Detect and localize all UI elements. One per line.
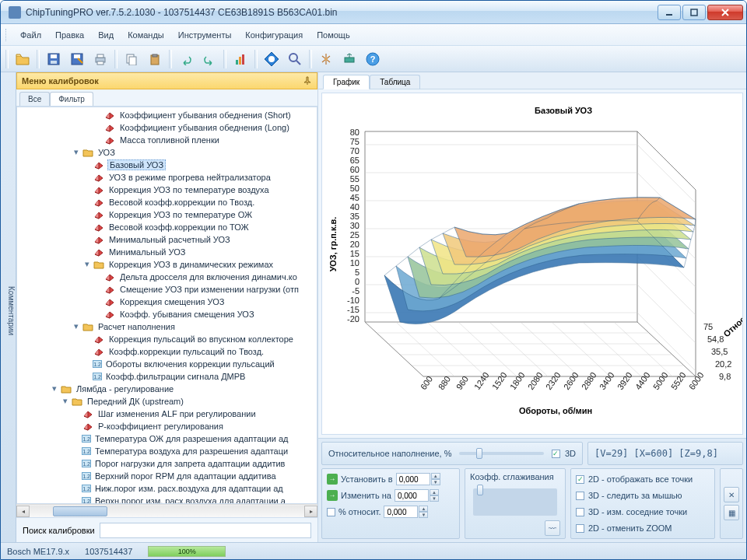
smooth-slider[interactable] — [473, 488, 557, 516]
filter-tab-filter[interactable]: Фильтр — [50, 92, 93, 106]
relative-pct-checkbox[interactable] — [327, 508, 335, 516]
set-value-button[interactable]: → — [327, 474, 338, 485]
tree-node[interactable]: ▾Расчет наполнения — [17, 320, 317, 333]
set-value-input[interactable] — [396, 473, 430, 485]
save-as-button[interactable] — [66, 48, 88, 70]
menu-view[interactable]: Вид — [93, 29, 118, 41]
tree-node[interactable]: 1.2Верхн.порог изм. расх.воздуха для ада… — [17, 495, 317, 504]
filter-tab-all[interactable]: Все — [19, 92, 50, 106]
tree-node[interactable]: Минимальный УОЗ — [17, 246, 317, 258]
tab-table[interactable]: Таблица — [370, 75, 420, 89]
tree-node[interactable]: Масса топливной пленки — [17, 134, 317, 146]
tree-node[interactable]: Шаг изменения ALF при регулировании — [17, 408, 317, 420]
menu-edit[interactable]: Правка — [51, 29, 89, 41]
tree-node[interactable]: Коррекция УОЗ по температуре ОЖ — [17, 208, 317, 221]
status-ecu: Bosch ME17.9.x — [7, 547, 69, 556]
tree-node[interactable]: 1.2Верхний порог RPM для адаптации аддит… — [17, 470, 317, 482]
tree-node[interactable]: 1.2Порог нагрузки для запрета адаптации … — [17, 457, 317, 470]
open-button[interactable] — [12, 48, 33, 70]
save-button[interactable] — [43, 48, 65, 70]
chart-3d-surface[interactable]: Базовый УОЗ 8075706560555045403530252015… — [321, 93, 743, 435]
copy-button[interactable] — [121, 48, 142, 70]
tree-node[interactable]: Весовой коэфф.коррекции по Твозд. — [17, 196, 317, 208]
tree-node[interactable]: Коррекция УОЗ по температуре воздуха — [17, 184, 317, 196]
close-button[interactable] — [707, 5, 743, 20]
opt-2d-zoom-checkbox[interactable] — [576, 524, 584, 533]
redo-button[interactable] — [198, 48, 220, 70]
svg-text:960: 960 — [454, 374, 470, 391]
analysis-button[interactable] — [230, 48, 251, 70]
tree-node[interactable]: P-коэффициент регулирования — [17, 420, 317, 432]
menu-file[interactable]: Файл — [16, 29, 46, 41]
tree-node[interactable]: УОЗ в режиме прогрева нейтрализатора — [17, 171, 317, 184]
tree-node[interactable]: Коэфф. убывания смещения УОЗ — [17, 308, 317, 320]
search-button[interactable] — [284, 48, 306, 70]
tree-node[interactable]: Коэффициент убывания обеднения (Short) — [17, 109, 317, 121]
tree-node[interactable]: Минимальный расчетный УОЗ — [17, 233, 317, 246]
tree-node[interactable]: Базовый УОЗ — [17, 159, 317, 171]
tree-node[interactable]: Смещение УОЗ при изменении нагрузки (отп — [17, 283, 317, 296]
fill-slider[interactable] — [459, 452, 543, 455]
svg-text:3400: 3400 — [598, 370, 616, 391]
svg-text:-15: -15 — [347, 305, 359, 314]
window-title: ChipTuningPRO ver.7.5.2.1030 - 103751443… — [26, 7, 658, 18]
tree-node[interactable]: 1.2Ниж.порог изм. расх.воздуха для адапт… — [17, 482, 317, 495]
minimize-button[interactable] — [658, 5, 681, 20]
tree-node[interactable]: 1.2Обороты включения коррекции пульсаций — [17, 358, 317, 370]
svg-text:600: 600 — [419, 374, 434, 391]
export-button[interactable] — [338, 48, 360, 70]
tree-horizontal-scrollbar[interactable]: ◂ ▸ — [16, 504, 317, 517]
opt-3d-follow-checkbox[interactable] — [576, 492, 584, 500]
pin-icon[interactable] — [303, 76, 312, 86]
scroll-right-button[interactable]: ▸ — [304, 506, 317, 517]
tree-node[interactable]: 1.2Коэфф.фильтрации сигнала ДМРВ — [17, 370, 317, 383]
undo-button[interactable] — [175, 48, 197, 70]
opt-2d-allpoints-checkbox[interactable] — [576, 475, 584, 484]
smooth-apply-button[interactable]: 〰 — [545, 520, 560, 536]
extra-button-1[interactable]: ✕ — [724, 487, 739, 502]
maximize-button[interactable] — [682, 5, 706, 20]
help-button[interactable]: ? — [362, 48, 384, 70]
spin-down[interactable]: ▼ — [431, 479, 440, 485]
tree-node[interactable]: Коррекция пульсаций во впускном коллекто… — [17, 333, 317, 345]
print-button[interactable] — [89, 48, 111, 70]
settings-button[interactable] — [315, 48, 337, 70]
menu-config[interactable]: Конфигурация — [240, 29, 307, 41]
spin-up[interactable]: ▲ — [431, 473, 440, 479]
calibration-tree[interactable]: Коэффициент убывания обеднения (Short)Ко… — [17, 107, 317, 504]
opt-3d-neighbor-checkbox[interactable] — [576, 508, 584, 516]
fill-slider-label: Относительное наполнение, % — [328, 449, 451, 458]
svg-rect-8 — [97, 54, 103, 58]
scrollbar-thumb[interactable] — [53, 506, 107, 516]
flash-button[interactable] — [261, 48, 282, 70]
extra-button-2[interactable]: ▦ — [724, 505, 739, 520]
3d-checkbox[interactable] — [552, 450, 560, 458]
tree-node[interactable]: ▾УОЗ — [17, 146, 317, 159]
menu-help[interactable]: Помощь — [312, 29, 355, 41]
search-input[interactable] — [100, 523, 311, 538]
svg-text:10: 10 — [350, 258, 359, 268]
tree-node[interactable]: Коэффициент убывания обеднения (Long) — [17, 121, 317, 134]
tree-node[interactable]: Коэфф.коррекции пульсаций по Твозд. — [17, 345, 317, 358]
comments-sidebar[interactable]: Комментарии — [1, 72, 16, 542]
tree-node[interactable]: 1.2Температура ОЖ для разрешения адаптац… — [17, 432, 317, 445]
relative-pct-input[interactable] — [384, 506, 418, 518]
cursor-status: [V=29] [X=600] [Z=9,8] — [594, 448, 718, 459]
tree-node[interactable]: ▾Лямбда - регулирование — [17, 383, 317, 395]
scroll-left-button[interactable]: ◂ — [16, 506, 30, 517]
menu-tools[interactable]: Инструменты — [174, 29, 237, 41]
tree-node[interactable]: ▾Коррекция УОЗ в динамических режимах — [17, 258, 317, 271]
change-value-button[interactable]: → — [327, 490, 338, 501]
tree-node-label: Лямбда - регулирование — [75, 384, 175, 394]
tree-node[interactable]: Коррекция смещения УОЗ — [17, 296, 317, 308]
menu-commands[interactable]: Команды — [123, 29, 169, 41]
svg-text:1240: 1240 — [472, 370, 491, 391]
change-value-input[interactable] — [395, 489, 429, 502]
tree-node[interactable]: 1.2Температура воздуха для разрешения ад… — [17, 445, 317, 457]
tree-node[interactable]: Дельта дросселя для включения динамич.ко — [17, 271, 317, 283]
tab-chart[interactable]: График — [323, 75, 370, 89]
paste-button[interactable] — [144, 48, 166, 70]
titlebar: ChipTuningPRO ver.7.5.2.1030 - 103751443… — [1, 1, 746, 24]
tree-node[interactable]: ▾Передний ДК (upstream) — [17, 395, 317, 408]
tree-node[interactable]: Весовой коэфф.коррекции по ТОЖ — [17, 221, 317, 233]
